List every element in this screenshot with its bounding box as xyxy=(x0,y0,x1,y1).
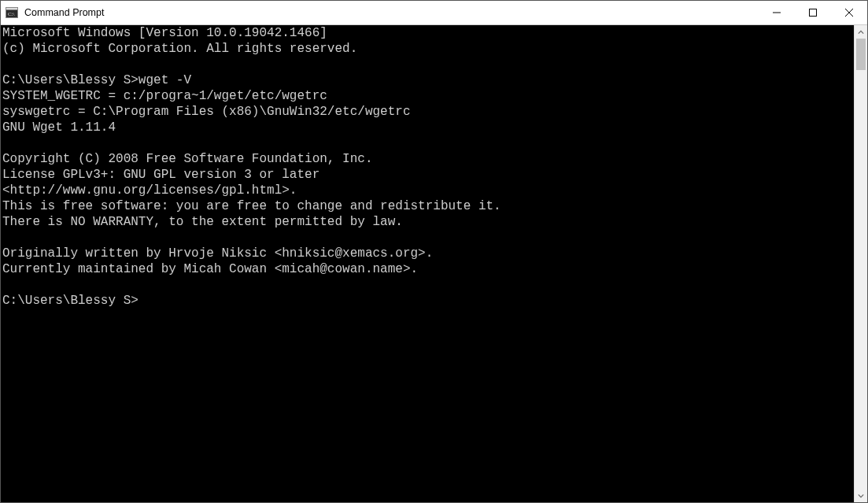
svg-text:C:\: C:\ xyxy=(8,11,15,17)
svg-rect-1 xyxy=(6,8,18,10)
window-title: Command Prompt xyxy=(23,7,104,18)
titlebar-left: C:\ Command Prompt xyxy=(1,6,104,19)
vertical-scrollbar[interactable] xyxy=(854,25,867,502)
command-prompt-window: C:\ Command Prompt Microsoft Windows [Ve… xyxy=(0,0,868,503)
titlebar[interactable]: C:\ Command Prompt xyxy=(1,1,867,25)
maximize-button[interactable] xyxy=(795,1,831,24)
close-button[interactable] xyxy=(831,1,867,24)
terminal-output[interactable]: Microsoft Windows [Version 10.0.19042.14… xyxy=(1,25,854,502)
window-control-buttons xyxy=(759,1,867,24)
cmd-app-icon: C:\ xyxy=(6,6,18,19)
svg-rect-4 xyxy=(810,9,817,17)
minimize-button[interactable] xyxy=(759,1,795,24)
scroll-up-button[interactable] xyxy=(855,25,867,39)
client-area: Microsoft Windows [Version 10.0.19042.14… xyxy=(1,25,867,502)
scroll-down-button[interactable] xyxy=(855,489,867,502)
scrollbar-track[interactable] xyxy=(855,39,867,489)
scrollbar-thumb[interactable] xyxy=(856,39,866,70)
